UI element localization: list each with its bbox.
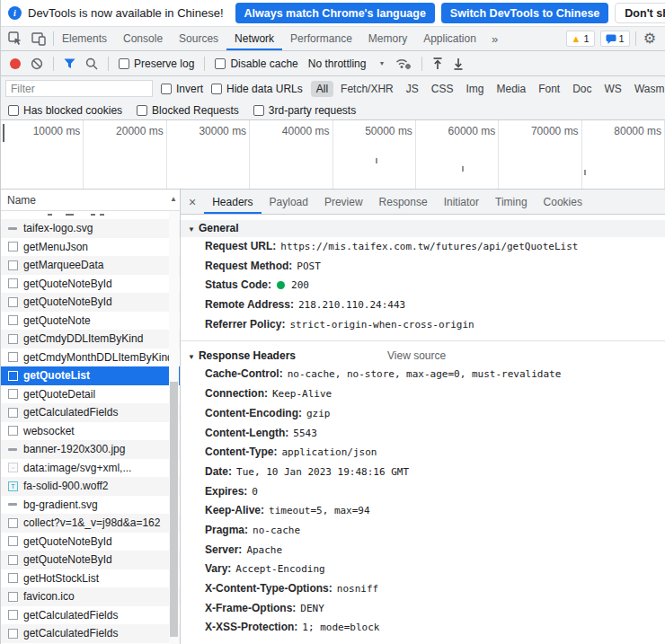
option-has-blocked-cookies[interactable]: Has blocked cookies (8, 104, 122, 117)
request-row[interactable]: getQuoteDetail (1, 385, 180, 404)
tab-performance[interactable]: Performance (282, 27, 360, 50)
checkbox[interactable] (8, 105, 19, 116)
image-file-icon (8, 445, 18, 454)
clear-requests-icon[interactable] (31, 57, 43, 70)
request-row[interactable]: getQuoteNoteById (1, 275, 180, 294)
request-row[interactable]: getCmdyDDLItemByKind (1, 330, 180, 348)
filter-type-media[interactable]: Media (491, 81, 531, 97)
inspect-element-icon[interactable] (4, 29, 26, 49)
option-3rd-party-requests[interactable]: 3rd-party requests (253, 104, 356, 117)
request-row[interactable]: banner-1920x300.jpg (1, 440, 180, 459)
details-tab-preview[interactable]: Preview (316, 190, 371, 214)
details-tab-headers[interactable]: Headers (204, 190, 261, 214)
option-blocked-requests[interactable]: Blocked Requests (137, 104, 239, 117)
close-details-icon[interactable]: × (181, 190, 204, 214)
tab-application[interactable]: Application (415, 27, 484, 50)
tab-memory[interactable]: Memory (360, 27, 415, 50)
details-tab-response[interactable]: Response (371, 190, 436, 214)
more-tabs-button[interactable]: » (484, 27, 505, 50)
tab-network[interactable]: Network (226, 27, 282, 50)
view-source-link[interactable]: View source (387, 348, 446, 365)
header-value: 5543 (293, 428, 317, 439)
request-row[interactable] (1, 211, 180, 219)
settings-gear-icon[interactable]: ⚙ (642, 31, 658, 46)
response-headers-section-header[interactable]: ▼Response HeadersView source (181, 348, 665, 365)
request-row[interactable]: websocket (1, 422, 180, 441)
request-row[interactable]: collect?v=1&_v=j98d&a=162 (1, 514, 180, 533)
record-button[interactable] (10, 58, 21, 69)
preserve-log-option[interactable]: Preserve log (119, 57, 194, 70)
request-row[interactable]: bg-gradient.svg (1, 496, 180, 515)
filter-type-all[interactable]: All (311, 81, 333, 97)
filter-type-img[interactable]: Img (460, 81, 489, 97)
request-row[interactable]: getCmdyMonthDDLItemByKind (1, 348, 180, 367)
details-tab-timing[interactable]: Timing (487, 190, 536, 214)
header-value: timeout=5, max=94 (269, 505, 370, 516)
request-row[interactable]: getMarqueeData (1, 256, 180, 275)
requests-scrollbar[interactable] (169, 211, 179, 644)
match-chrome-language-button[interactable]: Always match Chrome's language (235, 3, 435, 23)
network-conditions-icon[interactable] (395, 57, 412, 70)
checkbox[interactable] (137, 105, 147, 116)
network-options-bar: Has blocked cookiesBlocked Requests3rd-p… (1, 101, 665, 120)
request-row[interactable]: getMenuJson (1, 238, 180, 257)
name-column-label: Name (7, 194, 36, 207)
details-tab-cookies[interactable]: Cookies (536, 190, 590, 214)
issues-badge[interactable]: 1 (600, 31, 630, 47)
import-har-icon[interactable] (432, 57, 443, 70)
filter-type-font[interactable]: Font (533, 81, 565, 97)
invert-option[interactable]: Invert (161, 83, 203, 95)
request-row[interactable]: getQuoteNote (1, 312, 180, 331)
filter-input[interactable] (5, 80, 153, 97)
search-icon[interactable] (85, 57, 98, 70)
name-column-header[interactable]: Name ▲ (1, 190, 180, 211)
request-row[interactable]: getQuoteNoteById (1, 293, 180, 312)
request-row[interactable]: getCalculatedFields (1, 606, 180, 625)
scrollbar-thumb[interactable] (170, 382, 178, 637)
dont-show-again-button[interactable]: Don't show again (615, 3, 665, 23)
timeline-label: 60000 ms (416, 120, 499, 189)
disable-cache-option[interactable]: Disable cache (215, 57, 297, 70)
filter-funnel-icon[interactable] (64, 58, 75, 69)
toggle-device-toolbar-icon[interactable] (28, 29, 49, 49)
header-name: X-Content-Type-Options: (205, 582, 332, 595)
request-row[interactable]: ⌄data:image/svg+xml,... (1, 459, 180, 478)
request-row[interactable]: taifex-logo.svg (1, 219, 180, 238)
request-row[interactable]: getQuoteNoteById (1, 533, 180, 551)
request-row[interactable]: getCalculatedFields (1, 624, 180, 643)
header-row: Content-Type:application/json (181, 443, 665, 463)
throttling-dropdown[interactable]: No throttling ▼ (308, 57, 386, 70)
request-row[interactable]: Tfa-solid-900.woff2 (1, 477, 180, 496)
invert-checkbox[interactable] (161, 84, 172, 94)
preserve-log-checkbox[interactable] (119, 58, 129, 69)
request-row[interactable]: getQuoteList (1, 366, 180, 385)
network-main: Name ▲ taifex-logo.svggetMenuJsongetMarq… (1, 190, 665, 644)
scroll-up-icon[interactable]: ▲ (170, 196, 177, 203)
filter-type-doc[interactable]: Doc (567, 81, 597, 97)
general-section-header[interactable]: ▼General (181, 220, 665, 237)
doc-file-icon (8, 536, 18, 546)
filter-type-wasm[interactable]: Wasm (629, 81, 665, 97)
hide-data-urls-option[interactable]: Hide data URLs (211, 83, 303, 95)
disable-cache-checkbox[interactable] (215, 58, 226, 69)
filter-type-css[interactable]: CSS (426, 81, 459, 97)
filter-type-fetch-xhr[interactable]: Fetch/XHR (335, 81, 399, 97)
details-tab-payload[interactable]: Payload (262, 190, 316, 214)
request-row[interactable]: favicon.ico (1, 587, 180, 606)
tab-console[interactable]: Console (115, 27, 171, 50)
request-row[interactable]: getCalculatedFields (1, 403, 180, 422)
request-row[interactable]: getQuoteNoteById (1, 551, 180, 569)
checkbox[interactable] (253, 105, 264, 116)
network-overview[interactable]: 10000 ms20000 ms30000 ms40000 ms50000 ms… (1, 120, 665, 190)
hide-data-urls-checkbox[interactable] (211, 84, 222, 94)
filter-type-ws[interactable]: WS (599, 81, 627, 97)
export-har-icon[interactable] (453, 57, 464, 70)
request-row[interactable]: getHotStockList (1, 569, 180, 588)
filter-type-js[interactable]: JS (401, 81, 424, 97)
tab-elements[interactable]: Elements (54, 27, 115, 50)
request-name: getQuoteNoteById (23, 278, 112, 290)
details-tab-initiator[interactable]: Initiator (436, 190, 487, 214)
switch-devtools-chinese-button[interactable]: Switch DevTools to Chinese (441, 3, 608, 23)
warnings-badge[interactable]: ▲ 1 (566, 31, 595, 47)
tab-sources[interactable]: Sources (171, 27, 226, 50)
